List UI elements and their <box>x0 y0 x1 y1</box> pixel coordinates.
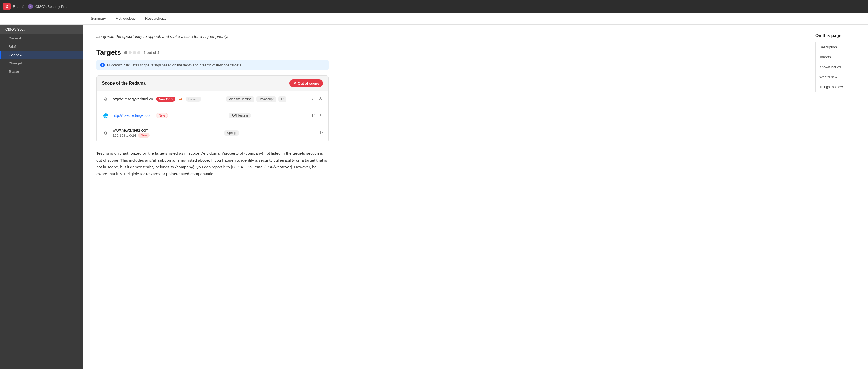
target-url-2[interactable]: http://*.secrettarget.com <box>113 113 153 118</box>
program-name: CISO's Security Pr... <box>35 5 67 9</box>
progress-dot-1 <box>124 51 127 54</box>
sidebar-teaser[interactable]: Teaser <box>0 67 83 76</box>
progress-dot-4 <box>137 51 141 54</box>
divider <box>96 186 329 186</box>
main-content: along with the opportunity to appeal, an… <box>83 25 341 201</box>
sidebar-changelog[interactable]: Changel... <box>0 59 83 67</box>
info-banner-text: Bugcrowd calculates scope ratings based … <box>107 63 242 67</box>
progress-indicator <box>124 51 141 54</box>
target-card-title: Scope of the Redama <box>102 81 146 86</box>
info-icon: i <box>100 63 105 67</box>
eye-icon-3[interactable]: 👁 <box>319 131 323 135</box>
targets-heading: Targets <box>96 48 121 57</box>
sidebar: CISO's Sec... General Brief Scope &... C… <box>0 25 83 201</box>
target-3-details: www.newtarget1.com 192.168.1.0/24 New <box>113 128 150 138</box>
eye-icon-2[interactable]: 👁 <box>319 113 323 118</box>
on-this-page-targets[interactable]: Targets <box>815 53 862 62</box>
program-icon: ✓ <box>28 4 33 9</box>
x-icon: ✕ <box>293 81 296 86</box>
sidebar-brief[interactable]: Brief <box>0 42 83 51</box>
top-bar: b Re... C / ✓ CISO's Security Pr... <box>0 0 868 13</box>
nav-methodology[interactable]: Methodology <box>111 13 141 25</box>
target-count-3: 0 <box>313 131 315 135</box>
targets-section: Targets 1 out of 4 i Bugcrowd calculates… <box>96 48 329 142</box>
breadcrumb-sep: C / <box>22 5 26 9</box>
new-badge-2: New <box>156 113 168 118</box>
tag-plus2: +2 <box>278 96 286 102</box>
table-row: ⚙ http://*.macgyverhuel.co Now OOS ➡ Pas… <box>96 91 328 107</box>
table-row: 🌐 http://*.secrettarget.com New API Test… <box>96 107 328 124</box>
target-url-3: www.newtarget1.com <box>113 128 150 132</box>
tag-javascript: Javascript <box>256 96 276 102</box>
target-count-1: 26 <box>312 97 315 101</box>
target-icon-3: ⚙ <box>102 129 110 137</box>
nav-researchers[interactable]: Researcher... <box>141 13 171 25</box>
breadcrumb-short: Re... <box>13 5 20 9</box>
nav-summary[interactable]: Summary <box>86 13 111 25</box>
target-1-tags: Website Testing Javascript +2 <box>226 96 286 102</box>
new-badge-3: New <box>138 133 150 138</box>
now-oos-badge: Now OOS <box>156 97 175 102</box>
target-2-tags: API Testing <box>229 113 250 118</box>
on-this-page-known-issues[interactable]: Known issues <box>815 62 862 72</box>
breadcrumb: Re... C / ✓ CISO's Security Pr... <box>13 4 67 9</box>
target-card: Scope of the Redama ✕ Out of scope ⚙ htt… <box>96 75 329 142</box>
right-sidebar: On this page Description Targets Known i… <box>809 25 868 101</box>
oos-label: Out of scope <box>298 81 319 86</box>
sidebar-scope[interactable]: Scope &... <box>0 51 83 59</box>
body-text: Testing is only authorized on the target… <box>96 150 329 177</box>
on-this-page-title: On this page <box>815 33 862 38</box>
progress-dot-2 <box>128 51 132 54</box>
tag-api-testing: API Testing <box>229 113 250 118</box>
arrow-icon: ➡ <box>179 96 183 102</box>
eye-icon-1[interactable]: 👁 <box>319 97 323 102</box>
target-3-tags: Spring <box>224 130 239 136</box>
intro-text: along with the opportunity to appeal, an… <box>96 33 329 40</box>
on-this-page-description[interactable]: Description <box>815 42 862 52</box>
sidebar-ciso[interactable]: CISO's Sec... <box>0 25 83 34</box>
table-row: ⚙ www.newtarget1.com 192.168.1.0/24 New … <box>96 124 328 142</box>
target-card-header: Scope of the Redama ✕ Out of scope <box>96 76 328 91</box>
progress-dot-3 <box>133 51 136 54</box>
target-url-1: http://*.macgyverhuel.co <box>113 97 153 101</box>
passed-badge: Passed <box>186 97 201 102</box>
tag-website-testing: Website Testing <box>226 96 254 102</box>
section-title: Targets 1 out of 4 <box>96 48 329 57</box>
target-icon-1: ⚙ <box>102 95 110 103</box>
sidebar-general[interactable]: General <box>0 34 83 42</box>
target-sub-3: 192.168.1.0/24 <box>113 133 136 137</box>
info-banner: i Bugcrowd calculates scope ratings base… <box>96 60 329 70</box>
oos-badge: ✕ Out of scope <box>289 79 323 87</box>
logo: b <box>3 3 11 10</box>
tag-spring: Spring <box>224 130 239 136</box>
target-icon-2: 🌐 <box>102 112 110 119</box>
secondary-nav: Summary Methodology Researcher... <box>0 13 868 25</box>
progress-text: 1 out of 4 <box>144 51 159 55</box>
target-count-2: 14 <box>312 113 315 118</box>
on-this-page-whats-new[interactable]: What's new <box>815 72 862 81</box>
on-this-page-things-to-know[interactable]: Things to know <box>815 82 862 92</box>
